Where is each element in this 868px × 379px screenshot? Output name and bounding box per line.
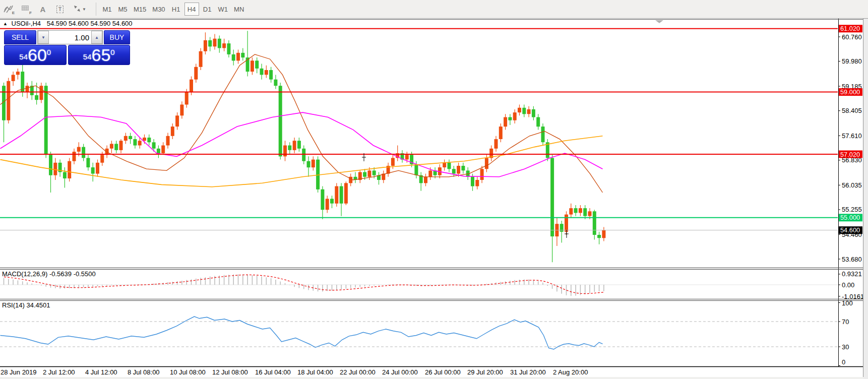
trade-panel-price-row: 54600 54650 <box>4 45 130 65</box>
rsi-tick-label: 0 <box>842 358 845 366</box>
rsi-name: RSI(14) <box>2 301 25 309</box>
volume-group: ▼ ▲ <box>37 30 103 44</box>
ma-slow-line <box>1 136 603 187</box>
ma-medium-line <box>1 112 603 177</box>
volume-decrease-button[interactable]: ▼ <box>38 31 49 44</box>
timeframe-h4[interactable]: H4 <box>184 3 199 16</box>
time-tick-label: 28 Jun 2019 <box>1 368 37 376</box>
cursor-mode-button[interactable]: ▼ <box>70 2 90 16</box>
time-tick-label: 16 Jul 04:00 <box>255 368 291 376</box>
timeframe-d1[interactable]: D1 <box>200 3 215 16</box>
price-tag-text: 59.000 <box>840 88 860 96</box>
candles-layer <box>2 31 605 262</box>
timeframe-w1[interactable]: W1 <box>216 3 231 16</box>
time-tick-label: 12 Jul 08:00 <box>212 368 248 376</box>
time-tick-label: 24 Jul 00:00 <box>382 368 418 376</box>
chart-canvas[interactable]: 60.76059.98059.18558.40557.61056.83056.0… <box>0 0 868 379</box>
trade-panel-top-row: SELL ▼ ▲ BUY <box>4 30 130 44</box>
buy-price-big: 65 <box>92 46 111 64</box>
time-tick-label: 29 Jul 20:00 <box>467 368 503 376</box>
sell-price-pip: 0 <box>47 48 51 56</box>
price-tick-label: 58.405 <box>842 107 862 114</box>
rsi-tick-label: 100 <box>842 299 853 307</box>
time-tick-label: 2 Aug 20:00 <box>553 368 588 376</box>
time-tick-label: 4 Jul 12:00 <box>85 368 117 376</box>
timeframe-h1[interactable]: H1 <box>169 3 183 16</box>
time-tick-label: 26 Jul 00:00 <box>425 368 461 376</box>
price-tick-label: 55.255 <box>842 206 862 213</box>
price-tick-label: 56.035 <box>842 181 862 189</box>
buy-button[interactable]: BUY <box>104 30 130 44</box>
price-tick-label: 59.980 <box>842 57 862 65</box>
one-click-trade-panel: SELL ▼ ▲ BUY 54600 54650 <box>4 30 130 65</box>
timeframe-m15[interactable]: M15 <box>131 3 149 16</box>
buy-price-small: 54 <box>83 50 92 64</box>
grid-button[interactable]: F <box>18 2 33 16</box>
rsi-tick-label: 70 <box>842 318 849 326</box>
price-tag-text: 54.600 <box>840 226 860 234</box>
sell-price-small: 54 <box>19 50 28 64</box>
price-tick-label: 57.610 <box>842 132 862 140</box>
time-tick-label: 22 Jul 00:00 <box>340 368 376 376</box>
rsi-pane-label: RSI(14) 34.4501 <box>2 301 50 309</box>
window-drop-marker <box>655 20 663 23</box>
chevron-down-icon: ▼ <box>82 7 86 12</box>
expert-indicator-button[interactable]: E <box>1 2 16 16</box>
price-tag-text: 55.000 <box>840 214 860 221</box>
price-tick-label: 60.760 <box>842 33 862 41</box>
timeframe-m1[interactable]: M1 <box>100 3 114 16</box>
time-tick-label: 31 Jul 20:00 <box>510 368 546 376</box>
chart-title: ▲ USOil-,H4 54.590 54.600 54.590 54.600 <box>3 20 133 27</box>
bottom-edge <box>0 377 863 379</box>
buy-price-pip: 0 <box>110 48 114 56</box>
right-edge-panel <box>863 19 868 379</box>
price-tag-text: 61.020 <box>840 25 860 32</box>
buy-price-button[interactable]: 54650 <box>68 45 131 65</box>
rsi-value: 34.4501 <box>26 301 50 309</box>
price-tick-label: 53.680 <box>842 256 862 263</box>
timeframe-m5[interactable]: M5 <box>115 3 130 16</box>
sell-price-button[interactable]: 54600 <box>4 45 67 65</box>
timeframe-mn[interactable]: MN <box>231 3 246 16</box>
volume-increase-button[interactable]: ▲ <box>91 31 102 44</box>
ohlc-values: 54.590 54.600 54.590 54.600 <box>47 20 133 27</box>
text-label-button[interactable]: A <box>35 2 50 16</box>
macd-pane-label: MACD(12,26,9) -0.5639 -0.5500 <box>2 270 96 278</box>
toolbar: E F A T ▼ M1M5M15M30H1H4D1W1MN <box>0 0 868 19</box>
text-label-icon: A <box>40 5 46 14</box>
sell-button[interactable]: SELL <box>4 30 36 44</box>
macd-name: MACD(12,26,9) <box>2 270 47 278</box>
time-tick-label: 2 Jul 12:00 <box>43 368 75 376</box>
time-tick-label: 18 Jul 04:00 <box>297 368 333 376</box>
cursor-mode-icon <box>73 5 81 14</box>
price-tag-text: 57.020 <box>840 151 860 158</box>
volume-input[interactable] <box>49 31 91 44</box>
macd-tick-label: 0.9321 <box>842 270 862 278</box>
text-box-icon: T <box>56 6 64 13</box>
time-tick-label: 10 Jul 08:00 <box>170 368 206 376</box>
macd-tick-label: 0.00 <box>842 281 854 289</box>
rsi-tick-label: 30 <box>842 343 849 351</box>
collapse-triangle-icon[interactable]: ▲ <box>3 21 8 26</box>
macd-values: -0.5639 -0.5500 <box>49 270 96 278</box>
timeframe-group: M1M5M15M30H1H4D1W1MN <box>99 3 247 16</box>
sell-price-big: 60 <box>28 46 47 64</box>
toolbar-separator <box>96 3 96 16</box>
ma-fast-line <box>1 54 603 193</box>
timeframe-m30[interactable]: M30 <box>150 3 167 16</box>
symbol-label: USOil-,H4 <box>12 20 41 27</box>
text-box-button[interactable]: T <box>52 2 68 16</box>
time-tick-label: 8 Jul 08:00 <box>128 368 160 376</box>
trading-terminal: E F A T ▼ M1M5M15M30H1H4D1W1MN ▲ USOil-,… <box>0 0 868 379</box>
